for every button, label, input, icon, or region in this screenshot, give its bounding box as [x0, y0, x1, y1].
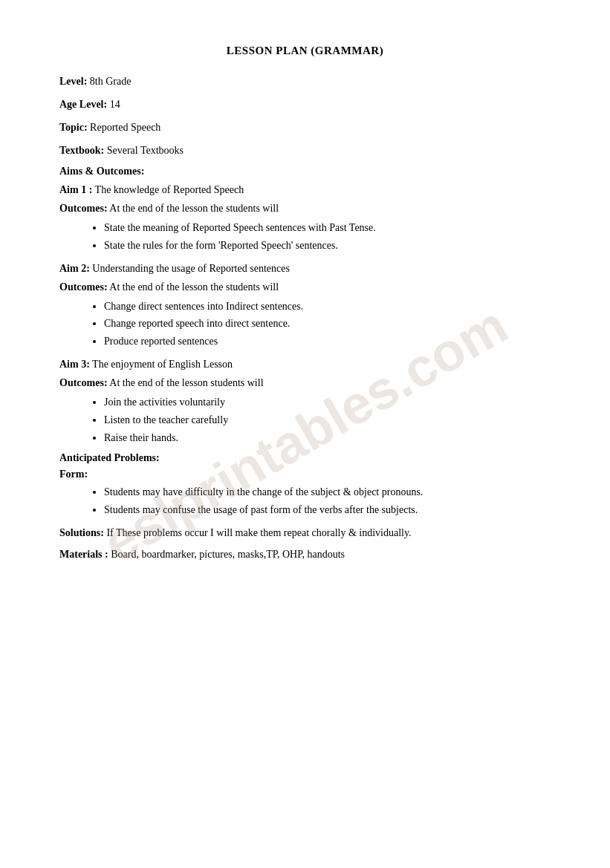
list-item: State the meaning of Reported Speech sen… [104, 219, 551, 237]
outcomes1-text: At the end of the lesson the students wi… [109, 203, 279, 214]
anticipated-header: Anticipated Problems: [59, 452, 551, 464]
outcomes2-list: Change direct sentences into Indirect se… [104, 298, 551, 350]
aim2-label: Aim 2: [59, 263, 90, 274]
aim3-text: The enjoyment of English Lesson [92, 359, 233, 370]
list-item: Join the activities voluntarily [104, 394, 551, 411]
list-item: Produce reported sentences [104, 333, 551, 350]
list-item: Listen to the teacher carefully [104, 411, 551, 429]
list-item: Change reported speech into direct sente… [104, 315, 551, 333]
outcomes1-label: Outcomes: [59, 203, 108, 214]
outcomes3-text: At the end of the lesson students will [109, 377, 263, 388]
topic-row: Topic: Reported Speech [59, 120, 551, 135]
aim2-text: Understanding the usage of Reported sent… [92, 263, 290, 274]
level-value: 8th Grade [90, 76, 132, 87]
outcomes1-list: State the meaning of Reported Speech sen… [104, 219, 551, 255]
outcomes2-label: Outcomes: [59, 281, 108, 293]
aim3-row: Aim 3: The enjoyment of English Lesson [59, 356, 551, 372]
textbook-label: Textbook: [59, 145, 104, 156]
outcomes3-label: Outcomes: [59, 377, 108, 388]
solutions-label: Solutions: [59, 527, 104, 538]
list-item: Raise their hands. [104, 429, 551, 447]
list-item: Students may have difficulty in the chan… [104, 483, 551, 501]
aim1-row: Aim 1 : The knowledge of Reported Speech [59, 182, 551, 198]
list-item: Change direct sentences into Indirect se… [104, 298, 551, 316]
aim3-label: Aim 3: [59, 359, 90, 370]
list-item: State the rules for the form 'Reported S… [104, 237, 551, 255]
materials-label: Materials : [59, 549, 108, 560]
aim1-label: Aim 1 : [59, 184, 92, 195]
form-list: Students may have difficulty in the chan… [104, 483, 551, 519]
materials-row: Materials : Board, boardmarker, pictures… [59, 546, 551, 562]
aim2-row: Aim 2: Understanding the usage of Report… [59, 261, 551, 276]
aims-outcomes-header: Aims & Outcomes: [59, 166, 551, 177]
list-item: Students may confuse the usage of past f… [104, 501, 551, 519]
age-label: Age Level: [59, 99, 107, 110]
age-value: 14 [110, 99, 120, 110]
textbook-row: Textbook: Several Textbooks [59, 143, 551, 158]
topic-value: Reported Speech [90, 122, 160, 133]
solutions-row: Solutions: If These problems occur I wil… [59, 525, 551, 541]
page: eslprintables.com LESSON PLAN (GRAMMAR) … [0, 0, 610, 868]
outcomes1-row: Outcomes: At the end of the lesson the s… [59, 200, 551, 216]
textbook-value: Several Textbooks [107, 145, 184, 156]
form-label: Form: [59, 469, 551, 480]
solutions-value: If These problems occur I will make them… [106, 527, 411, 538]
outcomes3-row: Outcomes: At the end of the lesson stude… [59, 375, 551, 391]
outcomes3-list: Join the activities voluntarily Listen t… [104, 394, 551, 446]
page-title: LESSON PLAN (GRAMMAR) [59, 45, 551, 57]
outcomes2-text: At the end of the lesson the students wi… [109, 281, 279, 293]
level-label: Level: [59, 76, 87, 87]
outcomes2-row: Outcomes: At the end of the lesson the s… [59, 279, 551, 295]
age-row: Age Level: 14 [59, 97, 551, 112]
level-row: Level: 8th Grade [59, 74, 551, 89]
aim1-text: The knowledge of Reported Speech [95, 184, 244, 195]
materials-value: Board, boardmarker, pictures, masks,TP, … [111, 549, 345, 560]
topic-label: Topic: [59, 122, 88, 133]
